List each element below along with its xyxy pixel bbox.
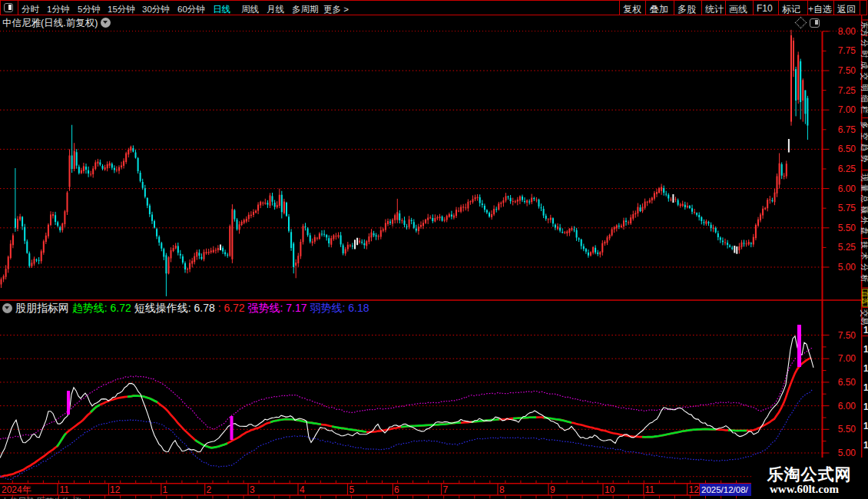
svg-text:4: 4	[300, 484, 305, 495]
svg-text:多空趋势: 多空趋势	[860, 121, 868, 166]
svg-text:11: 11	[645, 484, 655, 495]
svg-text:7.75: 7.75	[838, 45, 856, 56]
svg-text:12: 12	[689, 484, 700, 495]
svg-text:10: 10	[605, 484, 615, 495]
svg-text:1: 1	[863, 344, 868, 355]
svg-text:5.50: 5.50	[838, 223, 856, 233]
svg-text:2: 2	[207, 484, 212, 495]
svg-text:7.00: 7.00	[838, 353, 856, 364]
svg-text:5: 5	[350, 484, 355, 495]
svg-text:6.00: 6.00	[838, 183, 856, 194]
svg-text:3: 3	[250, 484, 255, 495]
svg-text:1: 1	[863, 325, 868, 335]
svg-text:5.00: 5.00	[838, 262, 856, 273]
svg-text:7.00: 7.00	[838, 104, 856, 115]
svg-text:分时成交明细栏: 分时成交明细栏	[860, 39, 868, 117]
svg-text:8: 8	[499, 484, 505, 495]
svg-text:7.25: 7.25	[838, 85, 856, 96]
svg-text:技术分析: 技术分析	[860, 241, 868, 286]
svg-text:5.00: 5.00	[838, 448, 856, 458]
svg-text:交易: 交易	[860, 309, 868, 325]
svg-text:东方: 东方	[860, 21, 868, 37]
svg-text:1: 1	[863, 382, 868, 393]
svg-text:9: 9	[550, 484, 555, 495]
svg-text:5.50: 5.50	[838, 424, 856, 435]
svg-text:1: 1	[863, 440, 868, 451]
svg-text:7.50: 7.50	[838, 65, 856, 76]
svg-text:12: 12	[110, 484, 121, 495]
svg-text:1: 1	[163, 484, 168, 495]
svg-text:6.50: 6.50	[838, 144, 856, 154]
svg-text:6.00: 6.00	[838, 401, 856, 411]
svg-text:5.75: 5.75	[838, 203, 856, 213]
svg-text:6.50: 6.50	[838, 377, 856, 388]
svg-text:1: 1	[863, 421, 868, 431]
svg-text:6.25: 6.25	[838, 164, 856, 174]
svg-text:7.50: 7.50	[838, 330, 856, 341]
svg-text:11: 11	[60, 484, 70, 495]
svg-text:5.25: 5.25	[838, 242, 856, 253]
svg-text:自选: 自选	[861, 291, 868, 305]
svg-text:现量总额外盘: 现量总额外盘	[860, 173, 868, 238]
svg-text:6: 6	[394, 484, 399, 495]
svg-text:7: 7	[443, 484, 449, 495]
svg-text:2024年: 2024年	[2, 484, 31, 495]
svg-text:1: 1	[863, 402, 868, 412]
svg-text:1: 1	[863, 363, 868, 374]
svg-text:8.00: 8.00	[838, 26, 856, 37]
svg-text:6.75: 6.75	[838, 124, 856, 135]
